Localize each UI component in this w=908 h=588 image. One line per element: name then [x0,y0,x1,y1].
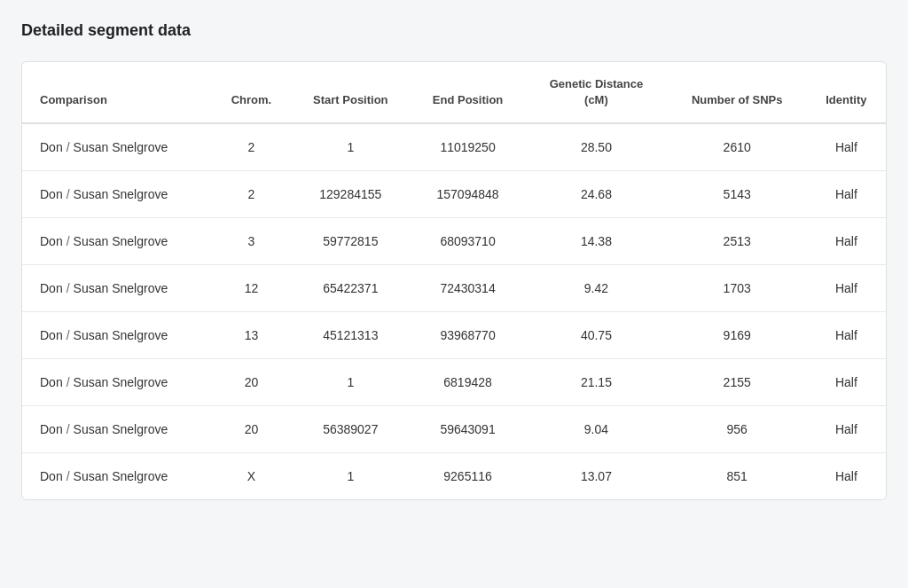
cell-start-position: 59772815 [291,218,411,265]
table-row: Don / Susan SnelgroveX1926511613.07851Ha… [22,453,886,500]
cell-num-snps: 1703 [668,265,807,312]
cell-end-position: 6819428 [411,359,525,406]
cell-genetic-distance: 13.07 [525,453,668,500]
cell-identity: Half [807,265,886,312]
col-header-start-position: Start Position [291,62,411,123]
cell-genetic-distance: 40.75 [525,312,668,359]
cell-start-position: 1 [291,123,411,171]
comparison-separator: / [67,469,70,483]
comparison-person1: Don [40,281,63,295]
table-row: Don / Susan Snelgrove1345121313939687704… [22,312,886,359]
cell-genetic-distance: 9.42 [525,265,668,312]
comparison-person1: Don [40,422,63,436]
cell-num-snps: 2610 [668,123,807,171]
comparison-separator: / [67,187,70,201]
cell-comparison: Don / Susan Snelgrove [22,171,212,218]
cell-num-snps: 956 [668,406,807,453]
comparison-person2: Susan Snelgrove [74,281,168,295]
cell-comparison: Don / Susan Snelgrove [22,453,212,500]
cell-identity: Half [807,123,886,171]
table-row: Don / Susan Snelgrove201681942821.152155… [22,359,886,406]
comparison-person2: Susan Snelgrove [74,187,168,201]
cell-end-position: 157094848 [411,171,525,218]
col-header-num-snps: Number of SNPs [668,62,807,123]
cell-end-position: 93968770 [411,312,525,359]
cell-end-position: 68093710 [411,218,525,265]
comparison-person1: Don [40,140,63,154]
cell-identity: Half [807,218,886,265]
cell-comparison: Don / Susan Snelgrove [22,123,212,171]
cell-identity: Half [807,359,886,406]
cell-num-snps: 2155 [668,359,807,406]
cell-end-position: 72430314 [411,265,525,312]
cell-comparison: Don / Susan Snelgrove [22,218,212,265]
cell-comparison: Don / Susan Snelgrove [22,312,212,359]
segment-data-table-container: Comparison Chrom. Start Position End Pos… [21,61,887,500]
cell-genetic-distance: 21.15 [525,359,668,406]
col-header-chrom: Chrom. [212,62,290,123]
cell-num-snps: 2513 [668,218,807,265]
comparison-person1: Don [40,234,63,248]
cell-comparison: Don / Susan Snelgrove [22,359,212,406]
comparison-separator: / [67,328,70,342]
cell-chrom: 3 [212,218,290,265]
cell-comparison: Don / Susan Snelgrove [22,265,212,312]
cell-identity: Half [807,312,886,359]
col-header-genetic-distance: Genetic Distance(cM) [525,62,668,123]
cell-chrom: X [212,453,290,500]
cell-genetic-distance: 14.38 [525,218,668,265]
table-header-row: Comparison Chrom. Start Position End Pos… [22,62,886,123]
comparison-separator: / [67,140,70,154]
cell-identity: Half [807,453,886,500]
cell-chrom: 13 [212,312,290,359]
cell-identity: Half [807,171,886,218]
cell-chrom: 20 [212,406,290,453]
cell-num-snps: 9169 [668,312,807,359]
table-row: Don / Susan Snelgrove2056389027596430919… [22,406,886,453]
cell-start-position: 1 [291,359,411,406]
cell-start-position: 56389027 [291,406,411,453]
segment-data-table: Comparison Chrom. Start Position End Pos… [22,62,886,499]
comparison-person2: Susan Snelgrove [74,140,168,154]
comparison-person2: Susan Snelgrove [74,469,168,483]
table-row: Don / Susan Snelgrove1265422371724303149… [22,265,886,312]
cell-start-position: 1 [291,453,411,500]
cell-comparison: Don / Susan Snelgrove [22,406,212,453]
table-row: Don / Susan Snelgrove2129284155157094848… [22,171,886,218]
cell-end-position: 9265116 [411,453,525,500]
cell-num-snps: 851 [668,453,807,500]
col-header-comparison: Comparison [22,62,212,123]
comparison-person2: Susan Snelgrove [74,234,168,248]
cell-chrom: 12 [212,265,290,312]
comparison-separator: / [67,281,70,295]
comparison-person2: Susan Snelgrove [74,328,168,342]
cell-end-position: 59643091 [411,406,525,453]
col-header-identity: Identity [807,62,886,123]
cell-chrom: 2 [212,123,290,171]
cell-genetic-distance: 28.50 [525,123,668,171]
cell-start-position: 65422371 [291,265,411,312]
comparison-separator: / [67,375,70,389]
comparison-person1: Don [40,328,63,342]
comparison-person1: Don [40,375,63,389]
cell-chrom: 20 [212,359,290,406]
cell-chrom: 2 [212,171,290,218]
cell-start-position: 45121313 [291,312,411,359]
page-title: Detailed segment data [21,21,887,40]
table-row: Don / Susan Snelgrove211101925028.502610… [22,123,886,171]
comparison-person2: Susan Snelgrove [74,375,168,389]
comparison-person1: Don [40,187,63,201]
comparison-person1: Don [40,469,63,483]
comparison-separator: / [67,234,70,248]
cell-genetic-distance: 9.04 [525,406,668,453]
cell-genetic-distance: 24.68 [525,171,668,218]
col-header-end-position: End Position [411,62,525,123]
cell-start-position: 129284155 [291,171,411,218]
cell-num-snps: 5143 [668,171,807,218]
comparison-person2: Susan Snelgrove [74,422,168,436]
comparison-separator: / [67,422,70,436]
cell-identity: Half [807,406,886,453]
cell-end-position: 11019250 [411,123,525,171]
table-row: Don / Susan Snelgrove3597728156809371014… [22,218,886,265]
